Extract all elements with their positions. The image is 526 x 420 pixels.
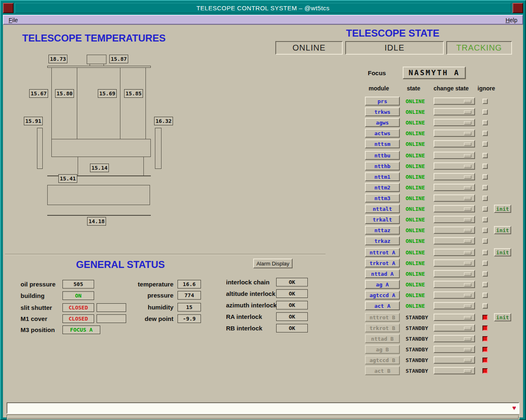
module-state-trkaz: ONLINE xyxy=(406,238,425,244)
window-maximize-button[interactable] xyxy=(512,3,523,13)
ignore-checkbox-nttad-a[interactable] xyxy=(482,271,488,277)
change-state-menu-trkalt[interactable] xyxy=(434,216,475,223)
ignore-checkbox-nttsm[interactable] xyxy=(482,141,488,147)
change-state-menu-nttm1[interactable] xyxy=(434,173,475,180)
change-state-menu-nttad-b[interactable] xyxy=(434,335,475,342)
change-state-menu-nttm3[interactable] xyxy=(434,194,475,202)
module-button-prs[interactable]: prs xyxy=(365,97,400,106)
module-button-nttm1[interactable]: nttm1 xyxy=(365,172,400,181)
temp-upper-right: 15.69 xyxy=(98,89,117,98)
ignore-checkbox-trkws[interactable] xyxy=(482,109,488,115)
ignore-checkbox-ag-b[interactable] xyxy=(482,347,488,352)
menubar: File Help xyxy=(3,15,523,25)
module-button-act-b[interactable]: act B xyxy=(365,366,400,375)
module-button-actws[interactable]: actws xyxy=(365,129,400,138)
module-button-nttad-a[interactable]: nttad A xyxy=(365,269,400,278)
temp-top-left: 18.73 xyxy=(48,55,67,63)
change-state-menu-trkws[interactable] xyxy=(434,108,475,115)
diagram-line xyxy=(47,215,151,216)
ignore-checkbox-prs[interactable] xyxy=(482,99,488,104)
init-button-nttaz[interactable]: init xyxy=(494,226,511,234)
change-state-menu-nttaz[interactable] xyxy=(434,226,475,234)
module-button-trkaz[interactable]: trkaz xyxy=(365,236,400,245)
ignore-checkbox-actws[interactable] xyxy=(482,131,488,136)
temp-upper-left: 15.80 xyxy=(55,89,74,98)
ignore-checkbox-nttm3[interactable] xyxy=(482,196,488,201)
ignore-checkbox-trkaz[interactable] xyxy=(482,238,488,244)
diagram-box xyxy=(155,128,161,169)
module-state-ag-b: STANDBY xyxy=(406,346,428,353)
ignore-checkbox-nttrot-a[interactable] xyxy=(482,250,488,255)
module-button-nttrot-a[interactable]: nttrot A xyxy=(365,248,400,257)
scrollbar-thumb[interactable] xyxy=(7,415,519,419)
module-button-trkalt[interactable]: trkalt xyxy=(365,215,400,224)
module-button-ag-b[interactable]: ag B xyxy=(365,345,400,354)
change-state-menu-actws[interactable] xyxy=(434,129,475,137)
change-state-menu-trkaz[interactable] xyxy=(434,237,475,245)
change-state-menu-nttrot-a[interactable] xyxy=(434,249,475,256)
ignore-checkbox-agws[interactable] xyxy=(482,120,488,125)
ignore-checkbox-nttm2[interactable] xyxy=(482,185,488,190)
module-row: trkwsONLINE xyxy=(365,107,518,116)
change-state-menu-nttalt[interactable] xyxy=(434,205,475,212)
module-button-nttsm[interactable]: nttsm xyxy=(365,139,400,148)
change-state-menu-trkrot-a[interactable] xyxy=(434,259,475,267)
module-button-nttalt[interactable]: nttalt xyxy=(365,204,400,213)
change-state-menu-nttad-a[interactable] xyxy=(434,270,475,277)
diagram-line xyxy=(104,64,104,66)
change-state-menu-nttsm[interactable] xyxy=(434,140,475,148)
module-row: nttm3ONLINE xyxy=(365,194,518,203)
field-value-ra-interlock: OK xyxy=(276,312,308,321)
module-button-nttbu[interactable]: nttbu xyxy=(365,151,400,160)
change-state-menu-nttm2[interactable] xyxy=(434,184,475,191)
change-state-menu-prs[interactable] xyxy=(434,97,475,105)
column-header-ignore: ignore xyxy=(478,85,495,92)
module-button-nttaz[interactable]: nttaz xyxy=(365,226,400,235)
module-button-nttm2[interactable]: nttm2 xyxy=(365,183,400,192)
change-state-menu-agtccd-b[interactable] xyxy=(434,356,475,364)
ignore-checkbox-nttaz[interactable] xyxy=(482,228,488,233)
menu-file[interactable]: File xyxy=(7,16,20,24)
interlock-row: RB interlockOK xyxy=(3,324,523,333)
module-button-agws[interactable]: agws xyxy=(365,118,400,127)
change-state-menu-act-b[interactable] xyxy=(434,367,475,374)
change-state-menu-nttbu[interactable] xyxy=(434,152,475,159)
init-button-nttalt[interactable]: init xyxy=(494,205,511,213)
ignore-checkbox-nttbu[interactable] xyxy=(482,153,488,158)
ignore-checkbox-nttm1[interactable] xyxy=(482,174,488,180)
diagram-line xyxy=(90,64,90,66)
module-button-ntthb[interactable]: ntthb xyxy=(365,162,400,171)
module-button-trkws[interactable]: trkws xyxy=(365,107,400,116)
init-button-nttrot-a[interactable]: init xyxy=(494,248,511,256)
horizontal-scrollbar[interactable] xyxy=(7,415,519,420)
command-message-bar[interactable]: ♥ xyxy=(7,402,519,414)
ignore-checkbox-nttad-b[interactable] xyxy=(482,336,488,342)
ignore-checkbox-ntthb[interactable] xyxy=(482,164,488,169)
ignore-checkbox-trkalt[interactable] xyxy=(482,217,488,222)
focus-value[interactable]: NASMYTH A xyxy=(403,67,466,79)
module-button-nttad-b[interactable]: nttad B xyxy=(365,334,400,343)
ignore-checkbox-trkrot-a[interactable] xyxy=(482,261,488,266)
alarm-display-button[interactable]: Alarm Display xyxy=(253,258,293,268)
state-mode-online: ONLINE xyxy=(275,41,343,55)
temp-side-right: 16.32 xyxy=(154,117,173,125)
change-state-menu-ntthb[interactable] xyxy=(434,162,475,170)
titlebar[interactable]: TELESCOPE CONTROL SYSTEM – @wt5tcs xyxy=(15,3,511,13)
window-menu-button[interactable] xyxy=(3,3,14,13)
field-label: azimuth interlock xyxy=(226,301,277,309)
state-mode-idle: IDLE xyxy=(345,41,444,55)
change-state-menu-agws[interactable] xyxy=(434,119,475,126)
ignore-checkbox-act-b[interactable] xyxy=(482,368,488,374)
column-header-change-state: change state xyxy=(434,85,469,92)
menu-help[interactable]: Help xyxy=(504,16,519,24)
module-button-nttm3[interactable]: nttm3 xyxy=(365,194,400,203)
module-row: trkrot AONLINE xyxy=(365,258,518,268)
diagram-box xyxy=(47,66,151,68)
temp-top-right: 15.87 xyxy=(109,55,128,63)
ignore-checkbox-agtccd-b[interactable] xyxy=(482,358,488,363)
module-button-agtccd-b[interactable]: agtccd B xyxy=(365,355,400,365)
module-button-trkrot-a[interactable]: trkrot A xyxy=(365,258,400,268)
diagram-box xyxy=(51,139,151,157)
change-state-menu-ag-b[interactable] xyxy=(434,346,475,353)
ignore-checkbox-nttalt[interactable] xyxy=(482,206,488,212)
